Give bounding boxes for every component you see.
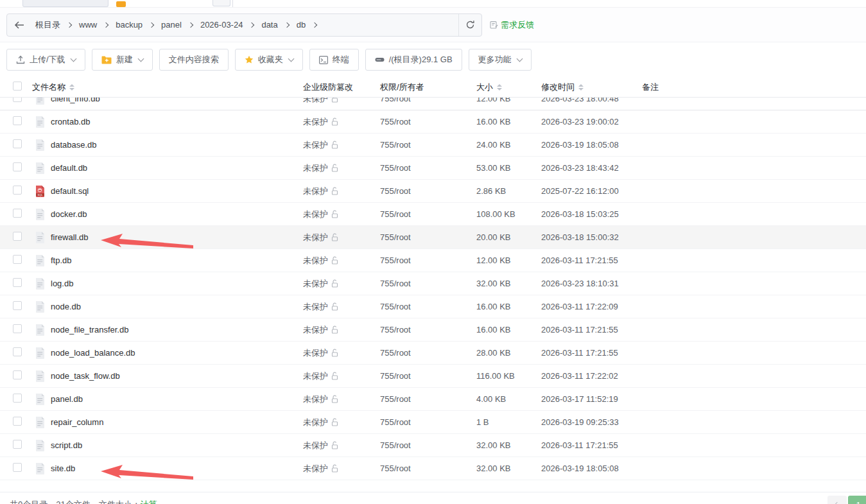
column-header-mtime[interactable]: 修改时间 [541, 82, 642, 93]
row-checkbox[interactable] [13, 301, 22, 310]
table-row[interactable]: SQL log.db 未保护 755/root 32.00 KB 2026-03… [0, 272, 866, 295]
column-header-size[interactable]: 大小 [476, 82, 541, 93]
file-name[interactable]: ftp.db [51, 256, 72, 265]
breadcrumb-item[interactable]: 2026-03-24 [196, 14, 258, 36]
tamper-status[interactable]: 未保护 [303, 232, 380, 243]
table-row[interactable]: SQL node_load_balance.db 未保护 755/root 28… [0, 342, 866, 365]
table-row[interactable]: SQL crontab.db 未保护 755/root 16.00 KB 202… [0, 110, 866, 134]
content-search-button[interactable]: 文件内容搜索 [159, 49, 229, 71]
table-row[interactable]: SQL node_task_flow.db 未保护 755/root 116.0… [0, 365, 866, 388]
tamper-status[interactable]: 未保护 [303, 162, 380, 174]
tamper-status[interactable]: 未保护 [303, 139, 380, 151]
favorites-button[interactable]: 收藏夹 [235, 49, 303, 71]
more-functions-button[interactable]: 更多功能 [469, 49, 532, 71]
path-input[interactable] [320, 14, 458, 36]
table-row[interactable]: SQL repair_column 未保护 755/root 1 B 2026-… [0, 411, 866, 434]
file-name[interactable]: client_info.db [51, 98, 100, 103]
file-name[interactable]: docker.db [51, 209, 87, 219]
breadcrumb-item[interactable]: db [293, 14, 320, 36]
breadcrumb-item[interactable]: backup [112, 14, 157, 36]
file-name[interactable]: script.db [51, 440, 82, 450]
table-row[interactable]: SQL default.sql 未保护 755/root 2.86 KB 202… [0, 180, 866, 203]
file-name[interactable]: database.db [51, 140, 97, 150]
feedback-link[interactable]: 需求反馈 [490, 19, 534, 31]
row-checkbox[interactable] [13, 440, 22, 449]
table-row[interactable]: SQL docker.db 未保护 755/root 108.00 KB 202… [0, 203, 866, 226]
table-row[interactable]: SQL script.db 未保护 755/root 32.00 KB 2026… [0, 434, 866, 457]
tamper-status[interactable]: 未保护 [303, 186, 380, 197]
row-checkbox[interactable] [13, 255, 22, 264]
file-name[interactable]: crontab.db [51, 117, 90, 126]
table-row[interactable]: SQL node.db 未保护 755/root 16.00 KB 2026-0… [0, 295, 866, 318]
tamper-status[interactable]: 未保护 [303, 440, 380, 451]
file-name[interactable]: firewall.db [51, 232, 89, 242]
tamper-status[interactable]: 未保护 [303, 347, 380, 359]
new-button[interactable]: 新建 [92, 49, 153, 71]
row-checkbox[interactable] [13, 417, 22, 426]
breadcrumb-item[interactable]: www [75, 14, 112, 36]
tamper-status[interactable]: 未保护 [303, 255, 380, 266]
tamper-status[interactable]: 未保护 [303, 370, 380, 382]
svg-text:SQL: SQL [37, 193, 43, 196]
inactive-tab[interactable] [22, 0, 108, 7]
file-name[interactable]: repair_column [51, 417, 103, 427]
tamper-status[interactable]: 未保护 [303, 98, 380, 105]
row-checkbox[interactable] [13, 370, 22, 379]
row-checkbox[interactable] [13, 463, 22, 472]
column-header-filename[interactable]: 文件名称 [31, 82, 303, 93]
row-checkbox[interactable] [13, 139, 22, 148]
row-checkbox[interactable] [13, 324, 22, 333]
row-checkbox[interactable] [13, 394, 22, 403]
table-row[interactable]: SQL site.db 未保护 755/root 32.00 KB 2026-0… [0, 457, 866, 480]
file-name[interactable]: site.db [51, 464, 75, 473]
table-row[interactable]: SQL default.db 未保护 755/root 53.00 KB 202… [0, 157, 866, 180]
modified-time: 2026-03-19 09:25:33 [541, 417, 642, 427]
tamper-status[interactable]: 未保护 [303, 463, 380, 474]
page-1-button[interactable]: 1 [848, 496, 866, 504]
breadcrumb-item[interactable]: 根目录 [31, 14, 75, 36]
file-name[interactable]: panel.db [51, 394, 83, 404]
file-name[interactable]: default.sql [51, 186, 89, 196]
tamper-status[interactable]: 未保护 [303, 209, 380, 220]
chevron-right-icon [149, 22, 154, 27]
row-checkbox[interactable] [13, 347, 22, 356]
terminal-button[interactable]: 终端 [309, 49, 359, 71]
tamper-status[interactable]: 未保护 [303, 394, 380, 405]
tamper-status[interactable]: 未保护 [303, 324, 380, 336]
chevron-down-icon [70, 55, 76, 62]
upload-download-button[interactable]: 上传/下载 [6, 49, 85, 71]
table-row[interactable]: client_info.db 未保护 755/root 12.00 KB 202… [0, 98, 866, 110]
table-row[interactable]: SQL node_file_transfer.db 未保护 755/root 1… [0, 318, 866, 342]
file-name[interactable]: log.db [51, 279, 73, 288]
refresh-button[interactable] [458, 14, 481, 36]
row-checkbox[interactable] [13, 186, 22, 195]
breadcrumb-item[interactable]: panel [157, 14, 196, 36]
file-name[interactable]: node_load_balance.db [51, 348, 135, 358]
row-checkbox[interactable] [13, 232, 22, 241]
file-name[interactable]: node_file_transfer.db [51, 325, 128, 335]
disk-button[interactable]: /(根目录)29.1 GB [365, 49, 462, 71]
tamper-status[interactable]: 未保护 [303, 301, 380, 313]
row-checkbox[interactable] [13, 116, 22, 125]
breadcrumb-item[interactable]: data [257, 14, 292, 36]
table-row[interactable]: SQL panel.db 未保护 755/root 4.00 KB 2026-0… [0, 388, 866, 411]
row-checkbox[interactable] [13, 162, 22, 171]
select-all-checkbox[interactable] [13, 82, 22, 91]
calculate-link[interactable]: 计算 [141, 500, 157, 504]
modified-time: 2026-03-19 18:05:08 [541, 464, 642, 473]
table-row[interactable]: SQL firewall.db 未保护 755/root 20.00 KB 20… [0, 226, 866, 249]
table-row[interactable]: SQL ftp.db 未保护 755/root 12.00 KB 2026-03… [0, 249, 866, 272]
row-checkbox[interactable] [13, 209, 22, 218]
file-name[interactable]: default.db [51, 163, 87, 173]
row-checkbox[interactable] [13, 98, 22, 102]
tamper-status[interactable]: 未保护 [303, 278, 380, 290]
tamper-status[interactable]: 未保护 [303, 116, 380, 128]
file-name[interactable]: node_task_flow.db [51, 371, 120, 381]
tamper-status[interactable]: 未保护 [303, 417, 380, 428]
prev-page-button[interactable] [827, 496, 847, 504]
table-row[interactable]: SQL database.db 未保护 755/root 24.00 KB 20… [0, 134, 866, 157]
file-name[interactable]: node.db [51, 302, 81, 311]
row-checkbox[interactable] [13, 278, 22, 287]
new-tab-button[interactable] [212, 0, 230, 6]
back-button[interactable] [7, 14, 31, 36]
